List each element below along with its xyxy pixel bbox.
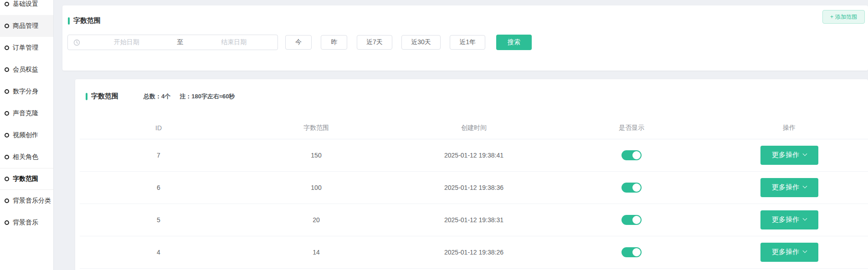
date-range-input[interactable]: 开始日期 至 结束日期 — [67, 35, 278, 50]
ranges-table: ID字数范围创建时间是否显示操作 7 150 2025-01-12 19:38:… — [80, 117, 868, 269]
radio-circle-icon — [5, 199, 9, 203]
table-row: 4 14 2025-01-12 19:38:26 更多操作 — [80, 236, 868, 268]
quick-range-button-昨[interactable]: 昨 — [321, 35, 347, 50]
radio-circle-icon — [5, 133, 9, 138]
cell-created: 2025-01-12 19:38:26 — [395, 236, 553, 268]
plus-icon: + — [830, 14, 833, 20]
column-header: 创建时间 — [395, 117, 553, 139]
note-label: 注：180字左右≈60秒 — [180, 92, 235, 101]
visibility-toggle[interactable] — [621, 150, 642, 160]
table-title-text: 字数范围 — [91, 92, 118, 101]
sidebar-item-label: 字数范围 — [13, 175, 38, 183]
more-actions-button[interactable]: 更多操作 — [760, 146, 818, 165]
cell-range: 150 — [237, 139, 395, 171]
cell-range: 20 — [237, 204, 395, 236]
radio-circle-icon — [5, 220, 9, 225]
title-accent-bar — [86, 93, 87, 100]
radio-circle-icon — [5, 177, 9, 181]
toggle-knob — [632, 183, 641, 192]
cell-created: 2025-01-12 19:38:31 — [395, 204, 553, 236]
filter-card-title: 字数范围 — [68, 16, 101, 25]
more-actions-button[interactable]: 更多操作 — [760, 178, 818, 197]
toggle-knob — [632, 248, 641, 256]
chevron-down-icon — [803, 216, 807, 221]
radio-circle-icon — [5, 155, 9, 159]
cell-created: 2025-01-12 19:38:36 — [395, 171, 553, 204]
sidebar-item-声音克隆[interactable]: 声音克隆 — [0, 102, 53, 124]
visibility-toggle[interactable] — [621, 247, 642, 257]
sidebar-item-会员权益[interactable]: 会员权益 — [0, 59, 53, 81]
sidebar: 基础设置 商品管理 订单管理 会员权益 数字分身 声音克隆 视频创作 相关角色 … — [0, 0, 54, 270]
more-actions-button[interactable]: 更多操作 — [760, 243, 818, 262]
table-card: 字数范围 总数：4个 注：180字左右≈60秒 ID字数范围创建时间是否显示操作… — [75, 79, 868, 270]
radio-circle-icon — [5, 24, 9, 28]
quick-range-button-今[interactable]: 今 — [285, 35, 312, 50]
more-actions-label: 更多操作 — [772, 248, 799, 256]
cell-id: 6 — [80, 171, 237, 204]
app-root: 基础设置 商品管理 订单管理 会员权益 数字分身 声音克隆 视频创作 相关角色 … — [0, 0, 868, 270]
date-end-placeholder: 结束日期 — [190, 38, 278, 46]
more-actions-button[interactable]: 更多操作 — [760, 210, 818, 229]
toggle-knob — [632, 151, 641, 159]
chevron-down-icon — [803, 184, 807, 188]
sidebar-item-视频创作[interactable]: 视频创作 — [0, 124, 53, 146]
sidebar-item-label: 相关角色 — [13, 153, 38, 161]
sidebar-item-label: 会员权益 — [13, 66, 38, 74]
quick-range-button-近1年[interactable]: 近1年 — [450, 35, 485, 50]
add-range-button[interactable]: + 添加范围 — [822, 10, 865, 24]
sidebar-item-基础设置[interactable]: 基础设置 — [0, 0, 53, 15]
sidebar-item-label: 订单管理 — [13, 44, 38, 52]
search-button[interactable]: 搜索 — [496, 35, 532, 50]
cell-created: 2025-01-12 19:38:41 — [395, 139, 553, 171]
total-count-label: 总数：4个 — [144, 92, 170, 101]
sidebar-item-相关角色[interactable]: 相关角色 — [0, 146, 53, 168]
add-range-label: 添加范围 — [835, 13, 857, 21]
sidebar-item-label: 声音克隆 — [13, 109, 38, 117]
column-header: 操作 — [710, 117, 868, 139]
column-header: 是否显示 — [553, 117, 710, 139]
table-stats: 总数：4个 注：180字左右≈60秒 — [144, 92, 235, 101]
sidebar-item-字数范围[interactable]: 字数范围 — [0, 168, 53, 190]
sidebar-item-订单管理[interactable]: 订单管理 — [0, 37, 53, 59]
table-card-title: 字数范围 — [86, 92, 118, 101]
date-range-separator: 至 — [170, 38, 190, 46]
sidebar-item-label: 数字分身 — [13, 87, 38, 96]
sidebar-item-label: 视频创作 — [13, 131, 38, 139]
radio-circle-icon — [5, 46, 9, 50]
toggle-knob — [632, 216, 641, 224]
title-accent-bar — [68, 17, 70, 25]
quick-range-button-近30天[interactable]: 近30天 — [401, 35, 441, 50]
table-card-header: 字数范围 总数：4个 注：180字左右≈60秒 — [75, 79, 868, 101]
sidebar-item-label: 背景音乐 — [13, 219, 38, 227]
table-header-row: ID字数范围创建时间是否显示操作 — [80, 117, 868, 139]
visibility-toggle[interactable] — [621, 183, 642, 193]
table-row: 7 150 2025-01-12 19:38:41 更多操作 — [80, 139, 868, 171]
sidebar-item-背景音乐[interactable]: 背景音乐 — [0, 212, 53, 234]
date-start-placeholder: 开始日期 — [83, 38, 170, 46]
sidebar-item-背景音乐分类[interactable]: 背景音乐分类 — [0, 190, 53, 212]
cell-range: 100 — [237, 171, 395, 204]
radio-circle-icon — [5, 67, 9, 72]
sidebar-item-label: 商品管理 — [13, 22, 38, 30]
sidebar-list: 基础设置 商品管理 订单管理 会员权益 数字分身 声音克隆 视频创作 相关角色 … — [0, 0, 53, 234]
filter-title-text: 字数范围 — [73, 16, 101, 25]
radio-circle-icon — [5, 111, 9, 116]
radio-circle-icon — [5, 2, 9, 6]
cell-id: 7 — [80, 139, 237, 171]
table-row: 5 20 2025-01-12 19:38:31 更多操作 — [80, 204, 868, 236]
more-actions-label: 更多操作 — [772, 183, 799, 192]
cell-range: 14 — [237, 236, 395, 268]
sidebar-item-商品管理[interactable]: 商品管理 — [0, 15, 53, 37]
sidebar-item-label: 基础设置 — [13, 0, 38, 8]
cell-id: 4 — [80, 236, 237, 268]
filter-card: 字数范围 + 添加范围 开始日期 至 结束日期 今 昨 近7天 近30天 近1年 — [62, 5, 868, 71]
chevron-down-icon — [803, 152, 807, 156]
visibility-toggle[interactable] — [621, 215, 642, 225]
more-actions-label: 更多操作 — [772, 151, 799, 159]
sidebar-item-数字分身[interactable]: 数字分身 — [0, 81, 53, 102]
column-header: 字数范围 — [237, 117, 395, 139]
sidebar-item-label: 背景音乐分类 — [13, 197, 51, 205]
column-header: ID — [80, 117, 237, 139]
filter-row: 开始日期 至 结束日期 今 昨 近7天 近30天 近1年 搜索 — [67, 35, 532, 50]
quick-range-button-近7天[interactable]: 近7天 — [357, 35, 392, 50]
